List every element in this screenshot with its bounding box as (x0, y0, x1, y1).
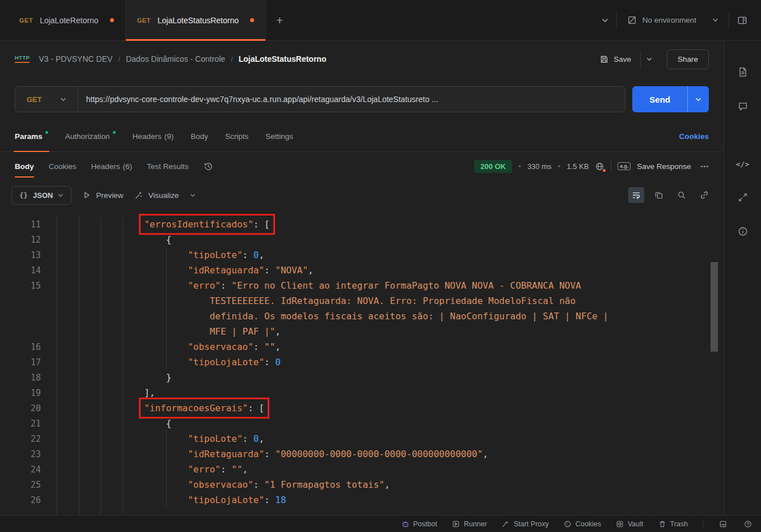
environment-quick-look-icon[interactable] (729, 11, 755, 30)
method-dropdown[interactable]: GET (15, 87, 78, 112)
cookies-link[interactable]: Cookies (679, 132, 709, 141)
more-actions-icon[interactable]: ••• (700, 163, 709, 170)
tab-label: Settings (265, 132, 293, 141)
save-response-button[interactable]: Save Response (637, 162, 691, 171)
request-name[interactable]: LojaLoteStatusRetorno (239, 54, 327, 64)
tab-headers[interactable]: Headers (9) (133, 121, 174, 151)
comments-icon[interactable] (734, 98, 751, 115)
url-container: GET https://pdvsync-core-controle-dev-yw… (15, 86, 625, 112)
divider (703, 520, 703, 529)
json-braces-icon: {} (19, 191, 28, 200)
save-as-example-icon[interactable]: e.g. (618, 162, 631, 170)
preview-button[interactable]: Preview (83, 191, 123, 200)
wrap-text-icon[interactable] (628, 187, 644, 203)
save-label: Save (614, 55, 631, 64)
line-number: 11 (0, 217, 41, 233)
tab-bar: GET LojaLoteRetorno GET LojaLoteStatusRe… (0, 0, 761, 41)
tab-label: Headers (133, 132, 162, 141)
tab-label: Test Results (147, 162, 189, 171)
code-line: 16"observacao": "", (0, 339, 724, 354)
line-number: 13 (0, 248, 41, 263)
code-snippet-icon[interactable]: </> (733, 157, 752, 172)
request-tab-lojaloteretorno[interactable]: GET LojaLoteRetorno (8, 0, 126, 40)
tab-settings[interactable]: Settings (265, 121, 293, 151)
code-line: 19], (0, 385, 724, 400)
method-get-label: GET (27, 95, 42, 104)
runner-button[interactable]: Runner (452, 520, 487, 528)
tab-authorization[interactable]: Authorization (65, 121, 116, 151)
breadcrumb-folder[interactable]: Dados Dinâmicos - Controle (126, 54, 225, 64)
copy-icon[interactable] (651, 187, 667, 203)
preview-label: Preview (96, 191, 123, 200)
panel-layout-icon[interactable] (718, 519, 728, 529)
tab-label: Scripts (225, 132, 248, 141)
line-number: 25 (0, 478, 41, 493)
visualize-button[interactable]: Visualize (134, 191, 179, 200)
trash-button[interactable]: Trash (658, 520, 688, 528)
save-options-chevron[interactable] (640, 52, 658, 67)
response-toolbar: {} JSON Preview Visualize (0, 180, 724, 210)
info-icon[interactable] (734, 223, 751, 240)
link-icon[interactable] (696, 187, 712, 203)
response-history-icon[interactable] (204, 162, 213, 171)
vault-button[interactable]: Vault (616, 520, 644, 528)
request-tab-lojalotestatusretorno[interactable]: GET LojaLoteStatusRetorno (126, 0, 266, 40)
red-annotation-box: "informacoesGerais": [ (144, 403, 264, 413)
save-button[interactable]: Save (593, 50, 638, 68)
send-options-chevron[interactable] (687, 86, 709, 112)
network-status-dot (603, 169, 606, 172)
code-line: TESTEEEEEEE. IdRetaguarda: NOVA. Erro: P… (0, 293, 724, 309)
visualize-wand-icon (134, 191, 143, 200)
network-info-icon[interactable] (595, 162, 604, 171)
tab-title: LojaLoteRetorno (40, 16, 99, 25)
trash-icon (658, 520, 666, 528)
breadcrumb-separator: / (118, 55, 120, 64)
breadcrumb-collection[interactable]: V3 - PDVSYNC DEV (39, 54, 112, 64)
line-number: 19 (0, 386, 41, 401)
format-label: JSON (33, 191, 53, 200)
view-options-chevron[interactable] (190, 193, 196, 197)
documentation-icon[interactable] (734, 64, 751, 81)
help-icon[interactable] (743, 519, 753, 529)
trash-label: Trash (670, 520, 688, 528)
unsaved-dot (250, 18, 254, 22)
new-tab-button[interactable]: + (266, 10, 293, 31)
postbot-button[interactable]: Postbot (401, 520, 437, 528)
tab-label: Body (15, 162, 34, 171)
tab-scripts[interactable]: Scripts (225, 121, 248, 151)
search-icon[interactable] (674, 187, 690, 203)
red-annotation-box: "errosIdentificados": [ (144, 219, 270, 230)
postman-window: GET LojaLoteRetorno GET LojaLoteStatusRe… (0, 0, 761, 532)
chevron-down-icon (712, 18, 718, 22)
vertical-scrollbar[interactable] (711, 262, 718, 352)
start-proxy-button[interactable]: Start Proxy (502, 520, 549, 528)
method-label: GET (137, 17, 151, 24)
save-icon (600, 55, 608, 64)
cookies-button[interactable]: Cookies (564, 520, 601, 528)
code-line: 24"erro": "", (0, 462, 724, 477)
url-input[interactable]: https://pdvsync-core-controle-dev-ywc7q7… (78, 95, 625, 104)
code-line: 21{ (0, 416, 724, 431)
divider (611, 161, 611, 172)
code-line: 23"idRetaguarda": "00000000-0000-0000-00… (0, 446, 724, 462)
tab-response-cookies[interactable]: Cookies (49, 152, 77, 180)
share-button[interactable]: Share (667, 49, 709, 69)
response-body-editor[interactable]: 11"errosIdentificados": [12{13"tipoLote"… (0, 210, 724, 515)
breadcrumb-separator: / (231, 55, 233, 64)
format-selector[interactable]: {} JSON (11, 186, 71, 205)
tab-test-results[interactable]: Test Results (147, 152, 189, 180)
tab-response-headers[interactable]: Headers (6) (91, 152, 133, 180)
code-line: definida. Os modelos fiscais aceitos são… (0, 309, 724, 324)
tab-label: Headers (91, 162, 120, 171)
code-line: 25"observacao": "1 Formapagtos totais", (0, 477, 724, 492)
status-bar: Postbot Runner Start Proxy (0, 515, 761, 532)
line-number: 22 (0, 432, 41, 447)
tab-response-body[interactable]: Body (15, 152, 34, 180)
environment-selector[interactable]: No environment (617, 15, 729, 25)
code-line: 15"erro": "Erro no Client ao integrar Fo… (0, 278, 724, 293)
send-button[interactable]: Send (632, 86, 709, 112)
tab-overflow-chevron-icon[interactable] (594, 14, 616, 27)
tab-params[interactable]: Params (15, 121, 48, 151)
expand-panel-icon[interactable] (734, 189, 751, 206)
tab-body[interactable]: Body (191, 121, 208, 151)
